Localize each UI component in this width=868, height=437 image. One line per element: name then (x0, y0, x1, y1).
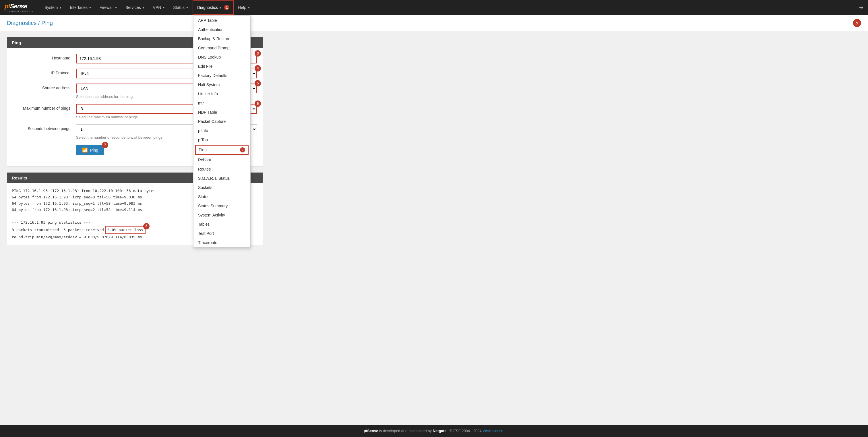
menu-pfinfo[interactable]: pfInfo (193, 126, 250, 135)
menu-traceroute[interactable]: Traceroute (193, 238, 250, 247)
menu-factory-defaults[interactable]: Factory Defaults (193, 71, 250, 80)
step-8-badge: 8 (143, 223, 150, 229)
menu-limiter-info[interactable]: Limiter Info (193, 89, 250, 98)
caret-icon: ▼ (219, 6, 222, 9)
step-7-badge: 7 (102, 142, 108, 148)
caret-icon: ▼ (89, 6, 92, 9)
menu-arp-table[interactable]: ARP Table (193, 16, 250, 25)
source-address-label: Source address (13, 84, 76, 90)
brand-subtitle: COMMUNITY EDITION (5, 10, 34, 12)
wifi-icon: 📶 (82, 147, 88, 153)
nav-diagnostics[interactable]: Diagnostics ▼ 1 ARP Table Authentication… (193, 0, 234, 15)
menu-pftop[interactable]: pfTop (193, 135, 250, 145)
breadcrumb: Diagnostics / Ping (7, 20, 53, 26)
caret-icon: ▼ (162, 6, 165, 9)
diagnostics-dropdown: ARP Table Authentication Backup & Restor… (193, 15, 251, 248)
caret-icon: ▼ (115, 6, 117, 9)
help-button[interactable]: ? (853, 19, 861, 27)
nav-help[interactable]: Help ▼ (234, 0, 254, 15)
breadcrumb-separator: / (38, 20, 41, 26)
logout-icon[interactable]: ⇥ (859, 4, 863, 11)
menu-ping[interactable]: Ping 2 (195, 145, 249, 155)
step-5-badge: 5 (255, 80, 261, 87)
footer-netgate: Netgate (433, 429, 446, 433)
breadcrumb-parent: Diagnostics (7, 20, 36, 26)
menu-authentication[interactable]: Authentication (193, 25, 250, 34)
menu-ndp-table[interactable]: NDP Table (193, 108, 250, 117)
step-4-badge: 4 (255, 65, 261, 71)
menu-routes[interactable]: Routes (193, 164, 250, 174)
menu-tables[interactable]: Tables (193, 220, 250, 229)
nav-system[interactable]: System ▼ (40, 0, 66, 15)
menu-command-prompt[interactable]: Command Prompt (193, 43, 250, 53)
ping-button[interactable]: 📶 Ping (76, 145, 104, 155)
step-6-badge: 6 (255, 100, 261, 107)
ip-protocol-label: IP Protocol (13, 69, 76, 75)
menu-smart-status[interactable]: S.M.A.R.T. Status (193, 174, 250, 183)
footer-after: . © ESF 2004 - 2024 (447, 429, 483, 433)
menu-states[interactable]: States (193, 192, 250, 201)
page-header: Diagnostics / Ping ? (0, 15, 868, 31)
max-pings-label: Maximum number of pings (13, 104, 76, 111)
ping-button-spacer (13, 145, 76, 147)
nav-vpn[interactable]: VPN ▼ (149, 0, 169, 15)
menu-test-port[interactable]: Test Port (193, 229, 250, 238)
breadcrumb-current: Ping (41, 20, 53, 26)
nav-services[interactable]: Services ▼ (121, 0, 149, 15)
brand-logo[interactable]: pfSense COMMUNITY EDITION (5, 3, 34, 12)
menu-states-summary[interactable]: States Summary (193, 201, 250, 211)
menu-sockets[interactable]: Sockets (193, 183, 250, 192)
menu-dns-lookup[interactable]: DNS Lookup (193, 53, 250, 62)
menu-edit-file[interactable]: Edit File (193, 62, 250, 71)
hostname-label: Hostname (13, 54, 76, 60)
menu-mtr[interactable]: mtr (193, 98, 250, 108)
menu-halt-system[interactable]: Halt System (193, 80, 250, 89)
nav-interfaces[interactable]: Interfaces ▼ (66, 0, 95, 15)
step-3-badge: 3 (255, 50, 261, 57)
nav-status[interactable]: Status ▼ (169, 0, 193, 15)
footer-license-link[interactable]: View license. (483, 429, 504, 433)
nav-items: System ▼ Interfaces ▼ Firewall ▼ Service… (40, 0, 859, 15)
menu-packet-capture[interactable]: Packet Capture (193, 117, 250, 126)
diagnostics-badge: 1 (224, 5, 229, 10)
menu-system-activity[interactable]: System Activity (193, 211, 250, 220)
footer-pfsense: pfSense (364, 429, 378, 433)
caret-icon: ▼ (142, 6, 145, 9)
ping-menu-badge: 2 (240, 147, 245, 153)
nav-firewall[interactable]: Firewall ▼ (96, 0, 121, 15)
footer-middle: is developed and maintained by (379, 429, 433, 433)
caret-icon: ▼ (186, 6, 189, 9)
packet-loss-value: 0.0% packet loss (105, 226, 146, 234)
navbar: pfSense COMMUNITY EDITION System ▼ Inter… (0, 0, 868, 15)
footer: pfSense is developed and maintained by N… (0, 425, 868, 437)
menu-reboot[interactable]: Reboot (193, 155, 250, 164)
seconds-between-label: Seconds between pings (13, 124, 76, 131)
caret-icon: ▼ (247, 6, 250, 9)
hostname-link[interactable]: Hostname (52, 56, 70, 60)
ping-button-container: 📶 Ping 7 (76, 145, 104, 155)
caret-icon: ▼ (59, 6, 62, 9)
menu-backup-restore[interactable]: Backup & Restore (193, 34, 250, 43)
